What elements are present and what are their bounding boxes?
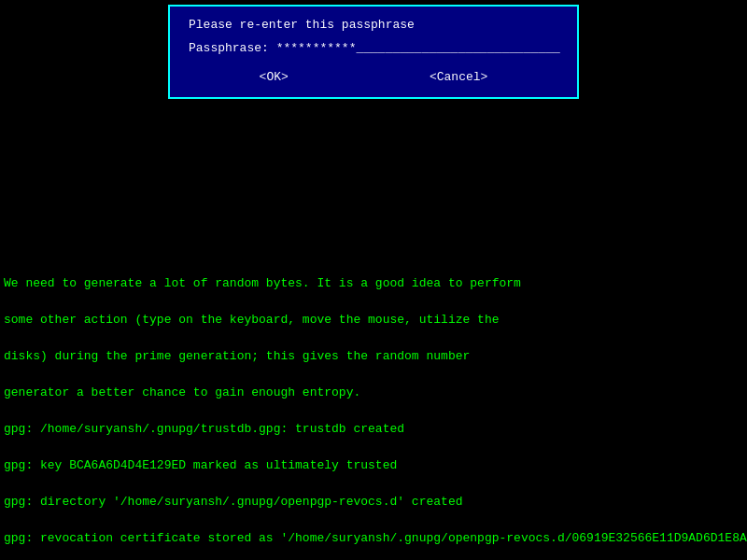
terminal-line: gpg: key BCA6A6D4D4E129ED marked as ulti… — [4, 456, 743, 475]
passphrase-label: Passphrase: — [189, 41, 269, 55]
terminal-line: gpg: directory '/home/suryansh/.gnupg/op… — [4, 493, 743, 511]
dialog-overlay: Please re-enter this passphrase Passphra… — [0, 0, 747, 103]
cancel-button[interactable]: <Cancel> — [422, 68, 495, 86]
dialog-box: Please re-enter this passphrase Passphra… — [168, 5, 579, 99]
dialog-title: Please re-enter this passphrase — [189, 18, 558, 32]
terminal-line: gpg: revocation certificate stored as '/… — [4, 529, 743, 548]
terminal-line: generator a better chance to gain enough… — [4, 384, 743, 402]
passphrase-field: Passphrase: ***********_________________… — [189, 41, 558, 55]
passphrase-value: ***********____________________________ — [276, 41, 560, 55]
terminal-line: disks) during the prime generation; this… — [4, 347, 743, 366]
terminal-line: We need to generate a lot of random byte… — [4, 274, 743, 293]
terminal-line: gpg: /home/suryansh/.gnupg/trustdb.gpg: … — [4, 420, 743, 439]
terminal-output: We need to generate a lot of random byte… — [0, 103, 747, 560]
ok-button[interactable]: <OK> — [252, 68, 296, 86]
dialog-buttons: <OK> <Cancel> — [189, 68, 558, 86]
terminal-line: some other action (type on the keyboard,… — [4, 311, 743, 329]
